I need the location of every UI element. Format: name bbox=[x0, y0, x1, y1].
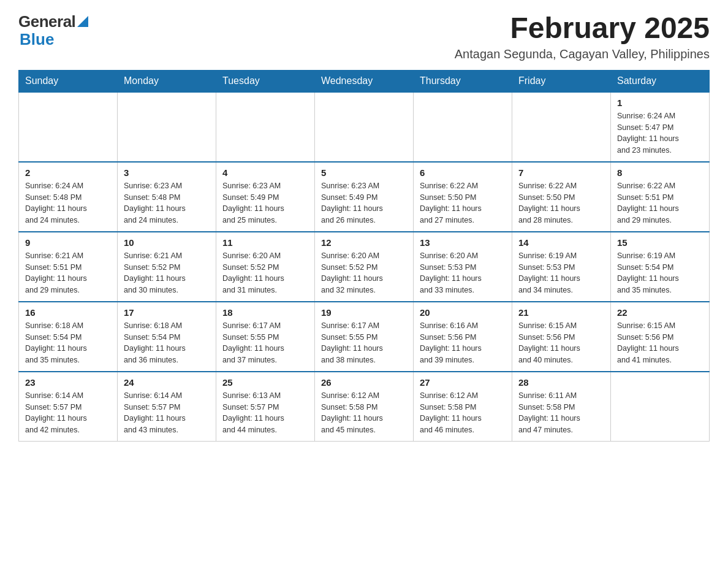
day-number: 26 bbox=[321, 377, 407, 388]
location-subtitle: Antagan Segunda, Cagayan Valley, Philipp… bbox=[455, 47, 710, 61]
calendar-cell bbox=[118, 92, 216, 162]
day-number: 5 bbox=[321, 167, 407, 178]
day-info: Sunrise: 6:19 AMSunset: 5:53 PMDaylight:… bbox=[518, 250, 604, 296]
calendar-cell: 10Sunrise: 6:21 AMSunset: 5:52 PMDayligh… bbox=[118, 232, 216, 302]
day-info: Sunrise: 6:14 AMSunset: 5:57 PMDaylight:… bbox=[124, 390, 210, 436]
header-thursday: Thursday bbox=[414, 70, 512, 92]
day-info: Sunrise: 6:21 AMSunset: 5:52 PMDaylight:… bbox=[124, 250, 210, 296]
week-row-2: 2Sunrise: 6:24 AMSunset: 5:48 PMDaylight… bbox=[19, 162, 710, 232]
logo-arrow-icon bbox=[77, 13, 88, 29]
calendar-cell: 20Sunrise: 6:16 AMSunset: 5:56 PMDayligh… bbox=[414, 302, 512, 372]
day-number: 7 bbox=[518, 167, 604, 178]
calendar-cell bbox=[19, 92, 118, 162]
calendar-cell bbox=[414, 92, 512, 162]
header-tuesday: Tuesday bbox=[216, 70, 315, 92]
calendar-cell: 24Sunrise: 6:14 AMSunset: 5:57 PMDayligh… bbox=[118, 372, 216, 442]
day-info: Sunrise: 6:17 AMSunset: 5:55 PMDaylight:… bbox=[222, 320, 308, 366]
logo-blue-text: Blue bbox=[20, 30, 54, 49]
day-info: Sunrise: 6:24 AMSunset: 5:47 PMDaylight:… bbox=[617, 110, 703, 156]
calendar-cell: 22Sunrise: 6:15 AMSunset: 5:56 PMDayligh… bbox=[611, 302, 710, 372]
day-info: Sunrise: 6:22 AMSunset: 5:51 PMDaylight:… bbox=[617, 180, 703, 226]
day-number: 21 bbox=[518, 307, 604, 318]
day-number: 23 bbox=[25, 377, 111, 388]
day-number: 27 bbox=[420, 377, 506, 388]
day-number: 17 bbox=[124, 307, 210, 318]
calendar-cell bbox=[512, 92, 611, 162]
header-saturday: Saturday bbox=[611, 70, 710, 92]
day-info: Sunrise: 6:23 AMSunset: 5:49 PMDaylight:… bbox=[222, 180, 308, 226]
calendar-cell: 19Sunrise: 6:17 AMSunset: 5:55 PMDayligh… bbox=[315, 302, 414, 372]
day-number: 11 bbox=[222, 237, 308, 248]
calendar-cell: 9Sunrise: 6:21 AMSunset: 5:51 PMDaylight… bbox=[19, 232, 118, 302]
calendar-cell: 28Sunrise: 6:11 AMSunset: 5:58 PMDayligh… bbox=[512, 372, 611, 442]
day-info: Sunrise: 6:12 AMSunset: 5:58 PMDaylight:… bbox=[420, 390, 506, 436]
calendar-cell bbox=[216, 92, 315, 162]
day-info: Sunrise: 6:18 AMSunset: 5:54 PMDaylight:… bbox=[124, 320, 210, 366]
calendar-cell: 14Sunrise: 6:19 AMSunset: 5:53 PMDayligh… bbox=[512, 232, 611, 302]
svg-marker-0 bbox=[77, 16, 88, 27]
day-info: Sunrise: 6:20 AMSunset: 5:52 PMDaylight:… bbox=[321, 250, 407, 296]
day-info: Sunrise: 6:23 AMSunset: 5:49 PMDaylight:… bbox=[321, 180, 407, 226]
month-title: February 2025 bbox=[455, 12, 710, 45]
day-number: 3 bbox=[124, 167, 210, 178]
day-number: 2 bbox=[25, 167, 111, 178]
day-info: Sunrise: 6:12 AMSunset: 5:58 PMDaylight:… bbox=[321, 390, 407, 436]
header-wednesday: Wednesday bbox=[315, 70, 414, 92]
calendar-cell: 18Sunrise: 6:17 AMSunset: 5:55 PMDayligh… bbox=[216, 302, 315, 372]
calendar-cell: 8Sunrise: 6:22 AMSunset: 5:51 PMDaylight… bbox=[611, 162, 710, 232]
calendar-cell: 25Sunrise: 6:13 AMSunset: 5:57 PMDayligh… bbox=[216, 372, 315, 442]
logo: General Blue bbox=[18, 12, 88, 49]
calendar-cell: 16Sunrise: 6:18 AMSunset: 5:54 PMDayligh… bbox=[19, 302, 118, 372]
day-number: 8 bbox=[617, 167, 703, 178]
day-number: 25 bbox=[222, 377, 308, 388]
calendar-cell: 15Sunrise: 6:19 AMSunset: 5:54 PMDayligh… bbox=[611, 232, 710, 302]
day-info: Sunrise: 6:23 AMSunset: 5:48 PMDaylight:… bbox=[124, 180, 210, 226]
day-number: 12 bbox=[321, 237, 407, 248]
week-row-4: 16Sunrise: 6:18 AMSunset: 5:54 PMDayligh… bbox=[19, 302, 710, 372]
calendar-table: Sunday Monday Tuesday Wednesday Thursday… bbox=[18, 70, 710, 442]
day-number: 20 bbox=[420, 307, 506, 318]
day-info: Sunrise: 6:11 AMSunset: 5:58 PMDaylight:… bbox=[518, 390, 604, 436]
calendar-cell: 21Sunrise: 6:15 AMSunset: 5:56 PMDayligh… bbox=[512, 302, 611, 372]
week-row-3: 9Sunrise: 6:21 AMSunset: 5:51 PMDaylight… bbox=[19, 232, 710, 302]
calendar-cell: 6Sunrise: 6:22 AMSunset: 5:50 PMDaylight… bbox=[414, 162, 512, 232]
header-monday: Monday bbox=[118, 70, 216, 92]
day-info: Sunrise: 6:24 AMSunset: 5:48 PMDaylight:… bbox=[25, 180, 111, 226]
day-number: 24 bbox=[124, 377, 210, 388]
day-info: Sunrise: 6:22 AMSunset: 5:50 PMDaylight:… bbox=[420, 180, 506, 226]
calendar-cell: 4Sunrise: 6:23 AMSunset: 5:49 PMDaylight… bbox=[216, 162, 315, 232]
calendar-cell: 2Sunrise: 6:24 AMSunset: 5:48 PMDaylight… bbox=[19, 162, 118, 232]
week-row-1: 1Sunrise: 6:24 AMSunset: 5:47 PMDaylight… bbox=[19, 92, 710, 162]
day-number: 18 bbox=[222, 307, 308, 318]
day-number: 13 bbox=[420, 237, 506, 248]
calendar-cell bbox=[315, 92, 414, 162]
day-info: Sunrise: 6:16 AMSunset: 5:56 PMDaylight:… bbox=[420, 320, 506, 366]
day-number: 6 bbox=[420, 167, 506, 178]
calendar-cell: 7Sunrise: 6:22 AMSunset: 5:50 PMDaylight… bbox=[512, 162, 611, 232]
day-info: Sunrise: 6:13 AMSunset: 5:57 PMDaylight:… bbox=[222, 390, 308, 436]
day-info: Sunrise: 6:14 AMSunset: 5:57 PMDaylight:… bbox=[25, 390, 111, 436]
day-number: 4 bbox=[222, 167, 308, 178]
header-friday: Friday bbox=[512, 70, 611, 92]
calendar-cell: 3Sunrise: 6:23 AMSunset: 5:48 PMDaylight… bbox=[118, 162, 216, 232]
day-info: Sunrise: 6:22 AMSunset: 5:50 PMDaylight:… bbox=[518, 180, 604, 226]
calendar-cell: 13Sunrise: 6:20 AMSunset: 5:53 PMDayligh… bbox=[414, 232, 512, 302]
calendar-cell: 5Sunrise: 6:23 AMSunset: 5:49 PMDaylight… bbox=[315, 162, 414, 232]
calendar-cell: 1Sunrise: 6:24 AMSunset: 5:47 PMDaylight… bbox=[611, 92, 710, 162]
day-number: 22 bbox=[617, 307, 703, 318]
header-area: General Blue February 2025 Antagan Segun… bbox=[18, 12, 710, 61]
calendar-cell: 26Sunrise: 6:12 AMSunset: 5:58 PMDayligh… bbox=[315, 372, 414, 442]
day-info: Sunrise: 6:17 AMSunset: 5:55 PMDaylight:… bbox=[321, 320, 407, 366]
day-number: 1 bbox=[617, 98, 703, 108]
day-info: Sunrise: 6:19 AMSunset: 5:54 PMDaylight:… bbox=[617, 250, 703, 296]
day-info: Sunrise: 6:20 AMSunset: 5:53 PMDaylight:… bbox=[420, 250, 506, 296]
day-number: 28 bbox=[518, 377, 604, 388]
day-info: Sunrise: 6:15 AMSunset: 5:56 PMDaylight:… bbox=[518, 320, 604, 366]
day-number: 15 bbox=[617, 237, 703, 248]
calendar-body: 1Sunrise: 6:24 AMSunset: 5:47 PMDaylight… bbox=[19, 92, 710, 442]
day-info: Sunrise: 6:18 AMSunset: 5:54 PMDaylight:… bbox=[25, 320, 111, 366]
title-area: February 2025 Antagan Segunda, Cagayan V… bbox=[455, 12, 710, 61]
week-row-5: 23Sunrise: 6:14 AMSunset: 5:57 PMDayligh… bbox=[19, 372, 710, 442]
logo-general-text: General bbox=[18, 12, 75, 31]
day-number: 16 bbox=[25, 307, 111, 318]
